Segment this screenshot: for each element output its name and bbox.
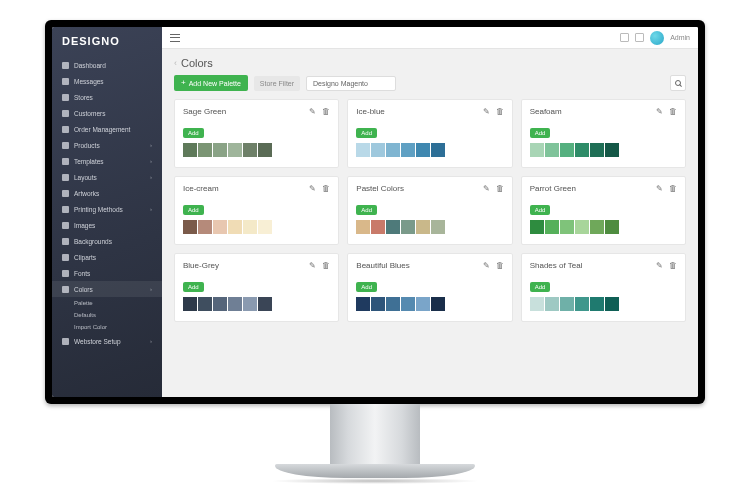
color-swatch[interactable]	[243, 220, 257, 234]
color-swatch[interactable]	[213, 220, 227, 234]
color-swatch[interactable]	[386, 220, 400, 234]
color-swatch[interactable]	[183, 297, 197, 311]
color-swatch[interactable]	[545, 220, 559, 234]
add-color-badge[interactable]: Add	[183, 282, 204, 292]
color-swatch[interactable]	[228, 143, 242, 157]
color-swatch[interactable]	[401, 143, 415, 157]
add-color-badge[interactable]: Add	[530, 128, 551, 138]
color-swatch[interactable]	[213, 297, 227, 311]
edit-icon[interactable]: ✎	[309, 185, 317, 193]
edit-icon[interactable]: ✎	[656, 185, 664, 193]
color-swatch[interactable]	[545, 297, 559, 311]
color-swatch[interactable]	[530, 297, 544, 311]
edit-icon[interactable]: ✎	[483, 185, 491, 193]
color-swatch[interactable]	[371, 220, 385, 234]
sidebar-item-templates[interactable]: Templates›	[52, 153, 162, 169]
color-swatch[interactable]	[530, 220, 544, 234]
edit-icon[interactable]: ✎	[656, 262, 664, 270]
color-swatch[interactable]	[560, 143, 574, 157]
color-swatch[interactable]	[198, 297, 212, 311]
color-swatch[interactable]	[198, 220, 212, 234]
delete-icon[interactable]: 🗑	[496, 185, 504, 193]
sidebar-subitem-defaults[interactable]: Defaults	[52, 309, 162, 321]
delete-icon[interactable]: 🗑	[322, 185, 330, 193]
color-swatch[interactable]	[401, 297, 415, 311]
sidebar-item-dashboard[interactable]: Dashboard	[52, 57, 162, 73]
add-palette-button[interactable]: + Add New Palette	[174, 75, 248, 91]
sidebar-item-stores[interactable]: Stores	[52, 89, 162, 105]
color-swatch[interactable]	[183, 220, 197, 234]
color-swatch[interactable]	[605, 220, 619, 234]
color-swatch[interactable]	[258, 297, 272, 311]
edit-icon[interactable]: ✎	[656, 108, 664, 116]
edit-icon[interactable]: ✎	[483, 262, 491, 270]
color-swatch[interactable]	[431, 143, 445, 157]
color-swatch[interactable]	[431, 220, 445, 234]
color-swatch[interactable]	[371, 143, 385, 157]
delete-icon[interactable]: 🗑	[669, 185, 677, 193]
color-swatch[interactable]	[590, 297, 604, 311]
color-swatch[interactable]	[228, 297, 242, 311]
color-swatch[interactable]	[605, 143, 619, 157]
sidebar-item-artworks[interactable]: Artworks	[52, 185, 162, 201]
color-swatch[interactable]	[575, 297, 589, 311]
color-swatch[interactable]	[258, 143, 272, 157]
color-swatch[interactable]	[356, 143, 370, 157]
delete-icon[interactable]: 🗑	[669, 262, 677, 270]
color-swatch[interactable]	[258, 220, 272, 234]
add-color-badge[interactable]: Add	[356, 282, 377, 292]
sidebar-item-printing-methods[interactable]: Printing Methods›	[52, 201, 162, 217]
sidebar-subitem-import-color[interactable]: Import Color	[52, 321, 162, 333]
edit-icon[interactable]: ✎	[309, 108, 317, 116]
sidebar-item-layouts[interactable]: Layouts›	[52, 169, 162, 185]
sidebar-item-backgrounds[interactable]: Backgrounds	[52, 233, 162, 249]
color-swatch[interactable]	[416, 297, 430, 311]
add-color-badge[interactable]: Add	[183, 205, 204, 215]
search-button[interactable]	[670, 75, 686, 91]
delete-icon[interactable]: 🗑	[669, 108, 677, 116]
edit-icon[interactable]: ✎	[483, 108, 491, 116]
user-label[interactable]: Admin	[670, 34, 690, 41]
color-swatch[interactable]	[401, 220, 415, 234]
color-swatch[interactable]	[416, 143, 430, 157]
add-color-badge[interactable]: Add	[356, 205, 377, 215]
delete-icon[interactable]: 🗑	[322, 108, 330, 116]
sidebar-item-colors[interactable]: Colors›	[52, 281, 162, 297]
color-swatch[interactable]	[386, 143, 400, 157]
color-swatch[interactable]	[386, 297, 400, 311]
color-swatch[interactable]	[356, 297, 370, 311]
avatar[interactable]	[650, 31, 664, 45]
store-filter-select[interactable]: Designo Magento	[306, 76, 396, 91]
edit-icon[interactable]: ✎	[309, 262, 317, 270]
color-swatch[interactable]	[545, 143, 559, 157]
color-swatch[interactable]	[575, 143, 589, 157]
sidebar-item-messages[interactable]: Messages	[52, 73, 162, 89]
sidebar-item-webstore-setup[interactable]: Webstore Setup›	[52, 333, 162, 349]
sidebar-item-cliparts[interactable]: Cliparts	[52, 249, 162, 265]
sidebar-item-fonts[interactable]: Fonts	[52, 265, 162, 281]
sidebar-item-customers[interactable]: Customers	[52, 105, 162, 121]
apps-icon[interactable]	[635, 33, 644, 42]
color-swatch[interactable]	[416, 220, 430, 234]
delete-icon[interactable]: 🗑	[322, 262, 330, 270]
sidebar-item-products[interactable]: Products›	[52, 137, 162, 153]
color-swatch[interactable]	[590, 220, 604, 234]
sidebar-subitem-palette[interactable]: Palette	[52, 297, 162, 309]
hamburger-icon[interactable]	[170, 34, 180, 42]
delete-icon[interactable]: 🗑	[496, 108, 504, 116]
delete-icon[interactable]: 🗑	[496, 262, 504, 270]
sidebar-item-order-management[interactable]: Order Management	[52, 121, 162, 137]
add-color-badge[interactable]: Add	[183, 128, 204, 138]
color-swatch[interactable]	[575, 220, 589, 234]
color-swatch[interactable]	[530, 143, 544, 157]
color-swatch[interactable]	[213, 143, 227, 157]
color-swatch[interactable]	[356, 220, 370, 234]
expand-icon[interactable]	[620, 33, 629, 42]
back-caret-icon[interactable]: ‹	[174, 58, 177, 68]
color-swatch[interactable]	[371, 297, 385, 311]
add-color-badge[interactable]: Add	[530, 205, 551, 215]
color-swatch[interactable]	[590, 143, 604, 157]
add-color-badge[interactable]: Add	[530, 282, 551, 292]
color-swatch[interactable]	[183, 143, 197, 157]
color-swatch[interactable]	[560, 220, 574, 234]
